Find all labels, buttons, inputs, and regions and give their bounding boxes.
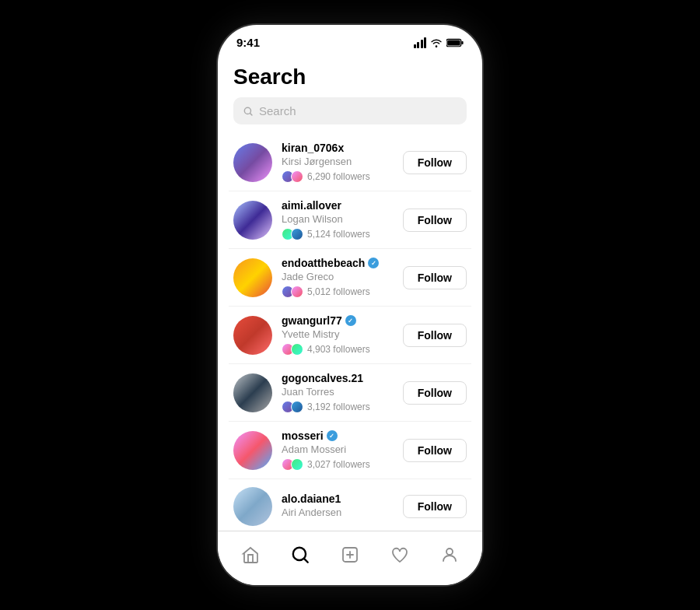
- user-handle: alo.daiane1: [282, 493, 341, 505]
- follow-button[interactable]: Follow: [403, 266, 467, 289]
- compose-icon: [341, 545, 359, 564]
- user-handle-row: endoatthebeach: [282, 257, 394, 269]
- nav-home[interactable]: [226, 531, 275, 577]
- user-info: aimi.allover Logan Wilson 5,124 follower…: [282, 199, 394, 240]
- user-info: gwangurl77 Yvette Mistry 4,903 followers: [282, 314, 394, 356]
- user-info: mosseri Adam Mosseri 3,027 followers: [282, 429, 394, 471]
- follow-button[interactable]: Follow: [403, 151, 467, 174]
- user-display-name: Jade Greco: [282, 271, 394, 282]
- user-display-name: Airi Andersen: [282, 507, 394, 518]
- avatar: [233, 258, 272, 297]
- user-item: gwangurl77 Yvette Mistry 4,903 followers…: [229, 307, 471, 364]
- verified-badge: [327, 430, 338, 441]
- nav-search[interactable]: [275, 531, 325, 577]
- user-handle: kiran_0706x: [282, 142, 344, 154]
- user-info: alo.daiane1 Airi Andersen: [282, 493, 394, 521]
- user-display-name: Logan Wilson: [282, 213, 394, 225]
- status-icons: [414, 37, 464, 48]
- follow-button[interactable]: Follow: [403, 209, 467, 232]
- followers-row: 3,027 followers: [282, 458, 394, 471]
- follower-avatars: [282, 170, 303, 183]
- user-item: kiran_0706x Kirsi Jørgensen 6,290 follow…: [229, 134, 471, 191]
- followers-row: 5,124 followers: [282, 228, 394, 240]
- heart-icon: [390, 545, 409, 564]
- page-title: Search: [218, 54, 482, 97]
- user-handle-row: gogoncalves.21: [282, 372, 394, 384]
- follow-button[interactable]: Follow: [403, 324, 467, 347]
- user-info: endoatthebeach Jade Greco 5,012 follower…: [282, 257, 394, 298]
- follower-avatar-mini: [291, 286, 303, 298]
- followers-row: 4,903 followers: [282, 343, 394, 356]
- follower-avatar-mini: [291, 170, 303, 183]
- user-list: kiran_0706x Kirsi Jørgensen 6,290 follow…: [218, 134, 482, 535]
- followers-count: 5,012 followers: [307, 286, 370, 297]
- search-placeholder: Search: [259, 104, 296, 117]
- wifi-icon: [430, 38, 443, 47]
- status-bar: 9:41: [218, 25, 482, 54]
- content-area: Search Search kiran_0706x Kirsi Jørgense…: [218, 54, 482, 585]
- user-display-name: Kirsi Jørgensen: [282, 156, 394, 167]
- bottom-nav: [218, 531, 482, 585]
- search-icon: [243, 106, 254, 117]
- followers-count: 6,290 followers: [307, 171, 370, 182]
- avatar: [233, 373, 272, 412]
- followers-row: 3,192 followers: [282, 401, 394, 413]
- user-handle: aimi.allover: [282, 199, 341, 212]
- avatar: [233, 143, 272, 182]
- signal-icon: [414, 37, 427, 48]
- followers-row: 5,012 followers: [282, 286, 394, 298]
- verified-badge: [345, 315, 356, 326]
- svg-rect-1: [461, 41, 463, 44]
- followers-count: 4,903 followers: [307, 344, 370, 355]
- verified-badge: [368, 258, 379, 268]
- user-display-name: Yvette Mistry: [282, 328, 394, 340]
- user-handle: gogoncalves.21: [282, 372, 363, 384]
- user-handle: endoatthebeach: [282, 257, 365, 269]
- user-handle: gwangurl77: [282, 314, 342, 327]
- followers-count: 3,192 followers: [307, 401, 370, 412]
- user-info: gogoncalves.21 Juan Torres 3,192 followe…: [282, 372, 394, 413]
- nav-compose[interactable]: [325, 531, 375, 577]
- follower-avatar-mini: [291, 458, 303, 471]
- profile-icon: [440, 545, 459, 564]
- user-handle-row: kiran_0706x: [282, 142, 394, 154]
- user-item: gogoncalves.21 Juan Torres 3,192 followe…: [229, 364, 471, 422]
- user-handle: mosseri: [282, 429, 324, 442]
- user-item: endoatthebeach Jade Greco 5,012 follower…: [229, 249, 471, 307]
- follower-avatar-mini: [291, 228, 303, 240]
- nav-profile[interactable]: [425, 531, 474, 577]
- followers-count: 5,124 followers: [307, 229, 370, 240]
- follower-avatars: [282, 458, 303, 471]
- avatar: [233, 431, 272, 470]
- follower-avatars: [282, 343, 303, 356]
- svg-point-6: [446, 549, 453, 555]
- user-display-name: Adam Mosseri: [282, 443, 394, 455]
- user-item: mosseri Adam Mosseri 3,027 followers Fol…: [229, 422, 471, 479]
- avatar: [233, 487, 272, 526]
- user-display-name: Juan Torres: [282, 386, 394, 398]
- follower-avatar-mini: [291, 401, 303, 413]
- avatar: [233, 316, 272, 355]
- user-handle-row: mosseri: [282, 429, 394, 442]
- phone-frame: 9:41 Search: [218, 25, 482, 585]
- user-handle-row: alo.daiane1: [282, 493, 394, 505]
- avatar: [233, 201, 272, 240]
- user-handle-row: gwangurl77: [282, 314, 394, 327]
- follower-avatars: [282, 228, 303, 240]
- status-time: 9:41: [236, 36, 260, 49]
- follow-button[interactable]: Follow: [403, 495, 467, 518]
- nav-likes[interactable]: [375, 531, 425, 577]
- battery-icon: [446, 38, 464, 47]
- follow-button[interactable]: Follow: [403, 381, 467, 405]
- follower-avatar-mini: [291, 343, 303, 356]
- follower-avatars: [282, 401, 303, 413]
- user-item: alo.daiane1 Airi Andersen Follow: [229, 479, 471, 535]
- search-bar[interactable]: Search: [233, 97, 467, 124]
- user-info: kiran_0706x Kirsi Jørgensen 6,290 follow…: [282, 142, 394, 183]
- home-icon: [241, 545, 260, 564]
- followers-row: 6,290 followers: [282, 170, 394, 183]
- followers-count: 3,027 followers: [307, 459, 370, 470]
- follow-button[interactable]: Follow: [403, 439, 467, 462]
- user-item: aimi.allover Logan Wilson 5,124 follower…: [229, 191, 471, 249]
- user-handle-row: aimi.allover: [282, 199, 394, 212]
